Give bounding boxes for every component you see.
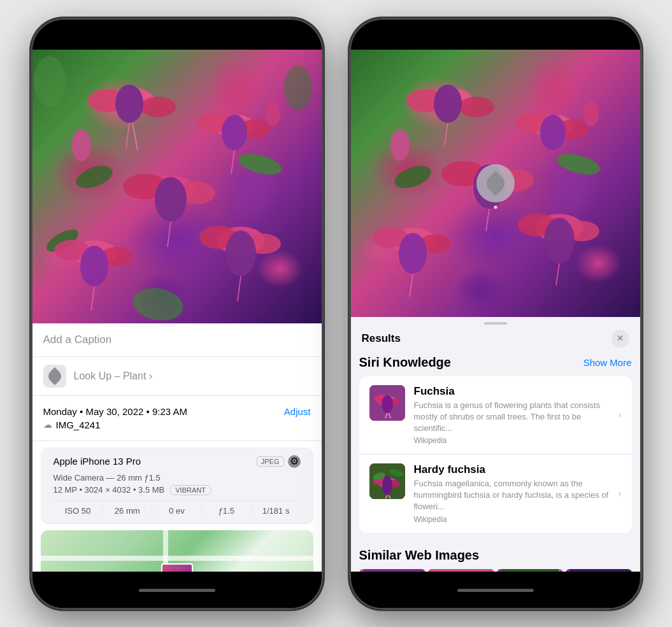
svg-line-65: [410, 274, 413, 297]
fuchsia-chevron-icon: ›: [618, 409, 621, 421]
hardy-fuchsia-desc: Fuchsia magellanica, commonly known as t…: [414, 478, 610, 513]
svg-line-25: [126, 123, 129, 148]
hardy-fuchsia-thumbnail: [369, 463, 405, 499]
caption-placeholder[interactable]: Add a Caption: [43, 334, 112, 346]
results-handle-bar: [349, 317, 642, 325]
exif-iso: ISO 50: [54, 506, 103, 516]
exif-ev: 0 ev: [152, 506, 202, 516]
svg-point-53: [391, 161, 434, 192]
left-phone: Add a Caption Look Up – Plant ›: [31, 18, 324, 610]
show-more-button[interactable]: Show More: [583, 357, 632, 368]
fuchsia-thumb-art: [369, 385, 405, 421]
home-indicator-right: [457, 589, 534, 592]
svg-point-58: [399, 233, 427, 274]
vi-leaf-icon: [483, 171, 508, 196]
svg-line-64: [486, 209, 489, 231]
left-phone-top-bar: [31, 18, 324, 50]
svg-line-30: [238, 276, 241, 301]
lookup-row[interactable]: Look Up – Plant ›: [31, 357, 324, 396]
meta-date: Monday • May 30, 2022 • 9:23 AM: [43, 406, 187, 417]
format-badge: JPEG: [257, 456, 284, 467]
svg-point-9: [265, 101, 280, 126]
exif-focal: 26 mm: [103, 506, 152, 516]
siri-section-title: Siri Knowledge: [359, 355, 451, 370]
hardy-fuchsia-name: Hardy fuchsia: [414, 463, 610, 476]
svg-point-71: [382, 395, 393, 413]
mp-row: 12 MP • 3024 × 4032 • 3.5 MB VIBRANT: [54, 485, 301, 495]
siri-item-fuchsia[interactable]: Fuchsia Fuchsia is a genus of flowering …: [359, 376, 632, 455]
drag-handle: [484, 322, 507, 325]
web-image-3[interactable]: [497, 569, 563, 572]
results-header: Results ✕: [349, 325, 642, 355]
web-img-1-art: [359, 569, 425, 572]
svg-rect-83: [364, 569, 421, 572]
svg-point-2: [140, 97, 176, 117]
siri-knowledge-section: Siri Knowledge Show More: [349, 355, 642, 540]
right-photo-area: [349, 50, 642, 317]
hardy-thumb-art: [369, 463, 405, 499]
home-indicator-left: [139, 589, 215, 592]
info-card: Add a Caption Look Up – Plant ›: [31, 323, 324, 572]
dynamic-island-left: [142, 24, 212, 43]
results-title: Results: [362, 332, 401, 345]
dynamic-island-right: [461, 24, 531, 43]
svg-line-66: [556, 264, 559, 285]
svg-point-42: [434, 85, 462, 123]
siri-header: Siri Knowledge Show More: [359, 355, 632, 370]
left-photo-area[interactable]: [31, 50, 324, 323]
svg-line-26: [132, 123, 138, 150]
svg-point-14: [73, 161, 115, 192]
device-name: Apple iPhone 13 Pro: [54, 456, 141, 467]
svg-rect-99: [570, 569, 627, 572]
svg-point-15: [236, 150, 283, 178]
svg-line-63: [445, 123, 448, 145]
phones-container: Add a Caption Look Up – Plant ›: [31, 18, 642, 610]
close-icon: ✕: [617, 334, 624, 343]
svg-point-7: [222, 115, 247, 150]
right-phone-top-bar: [349, 18, 642, 50]
siri-item-hardy-fuchsia[interactable]: Hardy fuchsia Fuchsia magellanica, commo…: [359, 454, 632, 533]
svg-point-62: [544, 218, 575, 264]
lookup-prefix: Look Up –: [74, 370, 120, 381]
web-img-3-art: [497, 569, 563, 572]
svg-point-33: [130, 284, 185, 323]
web-images-title: Similar Web Images: [359, 548, 632, 563]
vibrant-badge: VIBRANT: [169, 485, 211, 495]
left-phone-screen: Add a Caption Look Up – Plant ›: [31, 50, 324, 572]
svg-line-28: [168, 222, 171, 247]
map-preview[interactable]: [41, 530, 313, 572]
meta-filename: IMG_4241: [56, 419, 101, 430]
web-img-4-art: [566, 569, 632, 572]
flower-art-svg: [31, 50, 324, 323]
mp-value: 12 MP • 3024 × 4032 • 3.5 MB: [54, 485, 165, 495]
web-images-row: [359, 569, 632, 572]
fuchsia-source: Wikipedia: [414, 436, 610, 445]
lookup-icon: [43, 365, 66, 388]
visual-intelligence-button[interactable]: [476, 164, 515, 202]
left-phone-bottom: [31, 572, 324, 610]
device-badges: JPEG ⚙: [257, 455, 301, 468]
svg-point-41: [459, 97, 494, 117]
exif-shutter: 1/181 s: [252, 506, 301, 516]
svg-rect-88: [433, 569, 490, 572]
web-img-2-art: [428, 569, 494, 572]
results-panel: Results ✕ Siri Knowledge Show More: [349, 317, 642, 572]
web-image-4[interactable]: [566, 569, 632, 572]
right-phone-bottom: [349, 572, 642, 610]
map-thumbnail: [161, 563, 193, 572]
cloud-icon: ☁: [43, 419, 52, 430]
device-section: Apple iPhone 13 Pro JPEG ⚙ Wide Camera —…: [41, 447, 313, 524]
fuchsia-desc: Fuchsia is a genus of flowering plants t…: [414, 400, 610, 435]
web-image-2[interactable]: [428, 569, 494, 572]
svg-point-48: [583, 101, 599, 126]
lookup-arrow: ›: [149, 370, 152, 381]
lookup-label: Look Up – Plant ›: [74, 370, 153, 382]
gear-icon[interactable]: ⚙: [288, 455, 301, 468]
fuchsia-thumbnail: [369, 385, 405, 421]
adjust-button[interactable]: Adjust: [284, 406, 311, 417]
caption-area[interactable]: Add a Caption: [31, 323, 324, 357]
exif-row: ISO 50 26 mm 0 ev ƒ1.5 1/181 s: [54, 500, 301, 516]
svg-point-3: [115, 85, 143, 123]
web-image-1[interactable]: [359, 569, 425, 572]
close-results-button[interactable]: ✕: [611, 330, 629, 348]
